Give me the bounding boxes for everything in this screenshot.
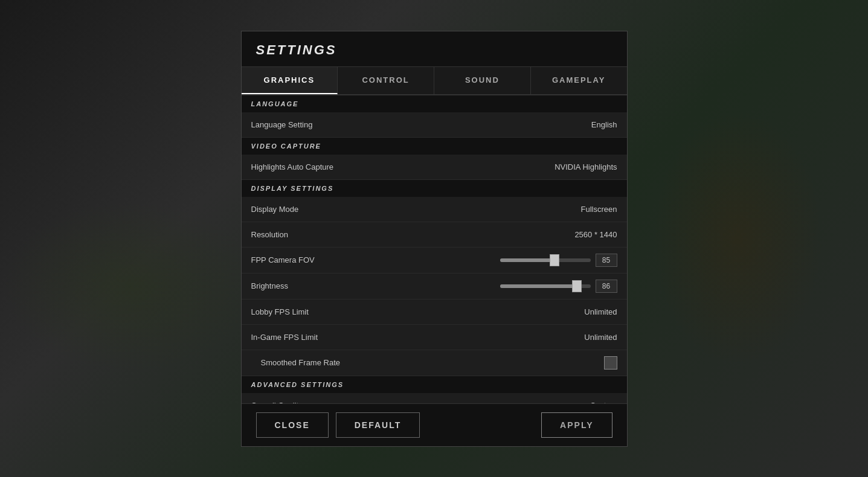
value-display-mode: Fullscreen — [545, 205, 617, 214]
section-header-advanced-settings: ADVANCED SETTINGS — [242, 376, 627, 393]
fpp-fov-slider-track[interactable] — [500, 258, 591, 262]
tab-gameplay[interactable]: GAMEPLAY — [531, 67, 627, 94]
label-lobby-fps-limit: Lobby FPS Limit — [251, 307, 545, 316]
brightness-value-box: 86 — [596, 280, 617, 293]
brightness-slider-fill — [500, 284, 577, 288]
value-lobby-fps-limit: Unlimited — [545, 307, 617, 316]
section-header-language: LANGUAGE — [242, 95, 627, 112]
label-ingame-fps-limit: In-Game FPS Limit — [251, 333, 545, 342]
modal-overlay: SETTINGS GRAPHICS CONTROL SOUND GAMEPLAY… — [0, 0, 868, 477]
apply-button[interactable]: APPLY — [541, 412, 612, 438]
label-brightness: Brightness — [251, 281, 500, 290]
close-button[interactable]: CLOSE — [256, 412, 329, 438]
settings-modal: SETTINGS GRAPHICS CONTROL SOUND GAMEPLAY… — [241, 31, 628, 447]
section-header-display-settings: DISPLAY SETTINGS — [242, 180, 627, 197]
row-ingame-fps-limit: In-Game FPS Limit Unlimited — [242, 325, 627, 350]
modal-title: SETTINGS — [256, 42, 337, 57]
row-brightness: Brightness 86 — [242, 274, 627, 299]
label-resolution: Resolution — [251, 230, 545, 239]
tab-graphics[interactable]: GRAPHICS — [242, 67, 338, 94]
label-highlights-auto-capture: Highlights Auto Capture — [251, 162, 545, 171]
value-resolution: 2560 * 1440 — [545, 230, 617, 239]
row-resolution: Resolution 2560 * 1440 — [242, 222, 627, 248]
row-fpp-camera-fov: FPP Camera FOV 85 — [242, 248, 627, 274]
row-display-mode: Display Mode Fullscreen — [242, 197, 627, 222]
modal-footer: CLOSE DEFAULT APPLY — [242, 403, 627, 446]
brightness-slider-track[interactable] — [500, 284, 591, 288]
fpp-fov-slider-fill — [500, 258, 555, 262]
value-overall-quality: Custom — [545, 401, 617, 403]
brightness-slider-container[interactable]: 86 — [500, 280, 617, 293]
row-highlights-auto-capture: Highlights Auto Capture NVIDIA Highlight… — [242, 155, 627, 180]
fpp-fov-slider-thumb[interactable] — [550, 254, 559, 266]
section-header-video-capture: VIDEO CAPTURE — [242, 138, 627, 155]
label-fpp-camera-fov: FPP Camera FOV — [251, 255, 500, 264]
fpp-fov-slider-container[interactable]: 85 — [500, 254, 617, 267]
label-smoothed-frame-rate: Smoothed Frame Rate — [261, 358, 604, 367]
label-overall-quality: Overall Quality — [251, 401, 545, 403]
content-area[interactable]: LANGUAGE Language Setting English VIDEO … — [242, 95, 627, 403]
row-language-setting: Language Setting English — [242, 112, 627, 138]
row-overall-quality: Overall Quality Custom — [242, 393, 627, 403]
label-language-setting: Language Setting — [251, 120, 545, 129]
value-language-setting: English — [545, 120, 617, 129]
value-highlights-auto-capture: NVIDIA Highlights — [545, 162, 617, 171]
label-display-mode: Display Mode — [251, 205, 545, 214]
modal-header: SETTINGS — [242, 31, 627, 67]
tab-control[interactable]: CONTROL — [338, 67, 434, 94]
tab-sound[interactable]: SOUND — [434, 67, 531, 94]
row-lobby-fps-limit: Lobby FPS Limit Unlimited — [242, 299, 627, 325]
footer-left-buttons: CLOSE DEFAULT — [256, 412, 420, 438]
brightness-slider-thumb[interactable] — [572, 280, 582, 292]
value-ingame-fps-limit: Unlimited — [545, 333, 617, 342]
checkbox-smoothed-frame-rate[interactable] — [604, 356, 617, 370]
fpp-fov-value-box: 85 — [596, 254, 617, 267]
default-button[interactable]: DEFAULT — [336, 412, 420, 438]
tabs-container: GRAPHICS CONTROL SOUND GAMEPLAY — [242, 67, 627, 95]
footer-right-buttons: APPLY — [541, 412, 612, 438]
row-smoothed-frame-rate: Smoothed Frame Rate — [242, 350, 627, 376]
